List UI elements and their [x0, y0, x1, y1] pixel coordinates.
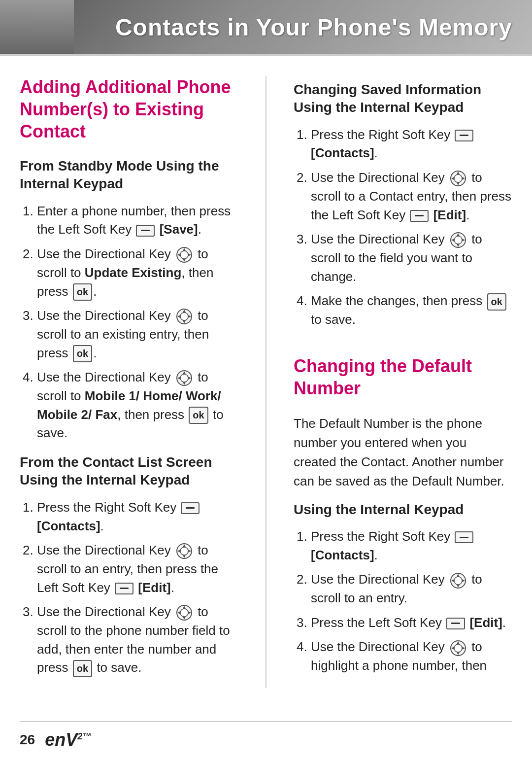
soft-key-icon	[446, 618, 465, 629]
right-column: Changing Saved Information Using the Int…	[294, 76, 512, 688]
header-photo-person	[0, 0, 74, 54]
list-item: Make the changes, then press ok to save.	[311, 292, 512, 329]
svg-point-49	[454, 644, 462, 652]
soft-key-icon	[136, 225, 155, 237]
brand-logo: enV2™	[45, 730, 91, 750]
svg-point-43	[454, 577, 462, 585]
section2-list: Press the Right Soft Key [Contacts]. Use…	[20, 498, 238, 677]
list-item: Use the Directional Key to scroll to an …	[37, 541, 238, 597]
directional-key-icon	[450, 232, 466, 248]
subsection2-heading: From the Contact List Screen Using the I…	[20, 453, 238, 489]
soft-key-icon	[455, 130, 473, 141]
page-header: Contacts in Your Phone's Memory	[0, 0, 532, 54]
list-item: Press the Right Soft Key [Contacts].	[311, 527, 512, 564]
ok-key-icon: ok	[73, 283, 92, 301]
list-item: Press the Left Soft Key [Edit].	[311, 614, 512, 632]
ok-key-icon: ok	[73, 660, 92, 677]
svg-point-13	[180, 374, 188, 382]
list-item: Use the Directional Key to scroll to Mob…	[37, 368, 238, 443]
subsection5-heading: Using the Internal Keypad	[294, 501, 512, 519]
header-title: Contacts in Your Phone's Memory	[115, 14, 512, 41]
list-item: Enter a phone number, then press the Lef…	[37, 202, 238, 239]
page-footer: 26 enV2™	[20, 721, 512, 750]
header-photo	[0, 0, 74, 54]
directional-key-icon	[176, 308, 193, 325]
column-divider	[266, 76, 266, 688]
soft-key-icon	[455, 531, 473, 543]
list-item: Press the Right Soft Key [Contacts].	[311, 126, 512, 163]
directional-key-icon	[450, 170, 466, 187]
list-item: Use the Directional Key to scroll to an …	[311, 570, 512, 607]
list-item: Use the Directional Key to scroll to Upd…	[37, 245, 238, 301]
left-column: Adding Additional Phone Number(s) to Exi…	[20, 76, 238, 688]
subsection3-heading: Changing Saved Information Using the Int…	[294, 81, 512, 117]
directional-key-icon	[176, 246, 193, 263]
section4-body: The Default Number is the phone number y…	[294, 414, 512, 491]
ok-key-icon: ok	[189, 407, 208, 424]
page-number: 26	[20, 732, 35, 748]
section5-list: Press the Right Soft Key [Contacts]. Use…	[294, 527, 512, 675]
list-item: Use the Directional Key to highlight a p…	[311, 638, 512, 675]
ok-key-icon: ok	[73, 345, 92, 362]
list-item: Press the Right Soft Key [Contacts].	[37, 498, 238, 535]
list-item: Use the Directional Key to scroll to a C…	[311, 169, 512, 224]
soft-key-icon	[410, 210, 429, 222]
svg-point-31	[454, 174, 462, 182]
list-item: Use the Directional Key to scroll to the…	[311, 230, 512, 286]
section3-list: Press the Right Soft Key [Contacts]. Use…	[294, 126, 512, 329]
ok-key-icon: ok	[487, 293, 506, 311]
svg-point-1	[180, 251, 188, 259]
directional-key-icon	[176, 543, 193, 559]
section4-title: Changing the Default Number	[294, 355, 512, 399]
svg-point-7	[180, 313, 188, 320]
brand-superscript: 2™	[77, 731, 91, 741]
soft-key-icon	[181, 502, 200, 514]
svg-point-25	[180, 609, 188, 617]
main-content: Adding Additional Phone Number(s) to Exi…	[0, 56, 532, 708]
soft-key-icon	[115, 583, 133, 594]
svg-point-37	[454, 236, 462, 244]
directional-key-icon	[450, 572, 466, 589]
svg-point-19	[180, 547, 188, 555]
section1-list: Enter a phone number, then press the Lef…	[20, 202, 238, 443]
directional-key-icon	[176, 370, 193, 386]
main-section-title: Adding Additional Phone Number(s) to Exi…	[20, 76, 238, 142]
subsection1-heading: From Standby Mode Using the Internal Key…	[20, 157, 238, 193]
brand-name: V	[66, 730, 77, 750]
list-item: Use the Directional Key to scroll to an …	[37, 307, 238, 362]
list-item: Use the Directional Key to scroll to the…	[37, 603, 238, 677]
directional-key-icon	[176, 604, 193, 621]
directional-key-icon	[450, 640, 466, 657]
